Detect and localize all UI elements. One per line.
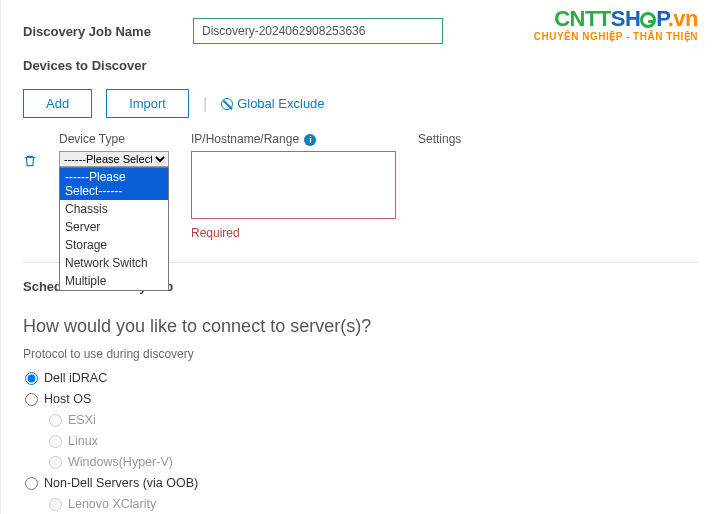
radio-linux[interactable]: Linux bbox=[49, 434, 698, 448]
import-button[interactable]: Import bbox=[106, 89, 189, 118]
option-server[interactable]: Server bbox=[60, 218, 168, 236]
exclude-icon bbox=[221, 98, 233, 110]
trash-icon bbox=[23, 156, 37, 171]
device-type-dropdown[interactable]: ------Please Select------ Chassis Server… bbox=[59, 167, 169, 291]
device-type-select[interactable]: ------Please Select------ bbox=[59, 151, 169, 167]
ip-hostname-input[interactable] bbox=[191, 151, 396, 219]
option-network-switch[interactable]: Network Switch bbox=[60, 254, 168, 272]
radio-esxi[interactable]: ESXi bbox=[49, 413, 698, 427]
add-button[interactable]: Add bbox=[23, 89, 92, 118]
cart-ring-icon bbox=[640, 12, 656, 28]
ip-hostname-label: IP/Hostname/Range i bbox=[191, 132, 396, 146]
radio-lenovo[interactable]: Lenovo XClarity bbox=[49, 497, 698, 511]
connect-question: How would you like to connect to server(… bbox=[23, 316, 698, 337]
jobname-label: Discovery Job Name bbox=[23, 24, 193, 39]
delete-row-button[interactable] bbox=[23, 132, 37, 171]
radio-hyperv[interactable]: Windows(Hyper-V) bbox=[49, 455, 698, 469]
devices-section-title: Devices to Discover bbox=[23, 58, 698, 73]
global-exclude-link[interactable]: Global Exclude bbox=[221, 96, 324, 111]
settings-label: Settings bbox=[418, 132, 698, 146]
option-please-select[interactable]: ------Please Select------ bbox=[60, 168, 168, 200]
radio-non-dell[interactable]: Non-Dell Servers (via OOB) bbox=[25, 476, 698, 490]
option-chassis[interactable]: Chassis bbox=[60, 200, 168, 218]
option-storage[interactable]: Storage bbox=[60, 236, 168, 254]
radio-host-os[interactable]: Host OS bbox=[25, 392, 698, 406]
required-text: Required bbox=[191, 226, 396, 240]
radio-dell-idrac[interactable]: Dell iDRAC bbox=[25, 371, 698, 385]
brand-logo: CNTTSHP.vn CHUYÊN NGHIỆP - THÂN THIỆN bbox=[534, 8, 698, 42]
jobname-input[interactable] bbox=[193, 18, 443, 44]
info-icon[interactable]: i bbox=[304, 134, 316, 146]
option-multiple[interactable]: Multiple bbox=[60, 272, 168, 290]
device-type-label: Device Type bbox=[59, 132, 169, 146]
separator: | bbox=[203, 95, 207, 113]
protocol-label: Protocol to use during discovery bbox=[23, 347, 698, 361]
